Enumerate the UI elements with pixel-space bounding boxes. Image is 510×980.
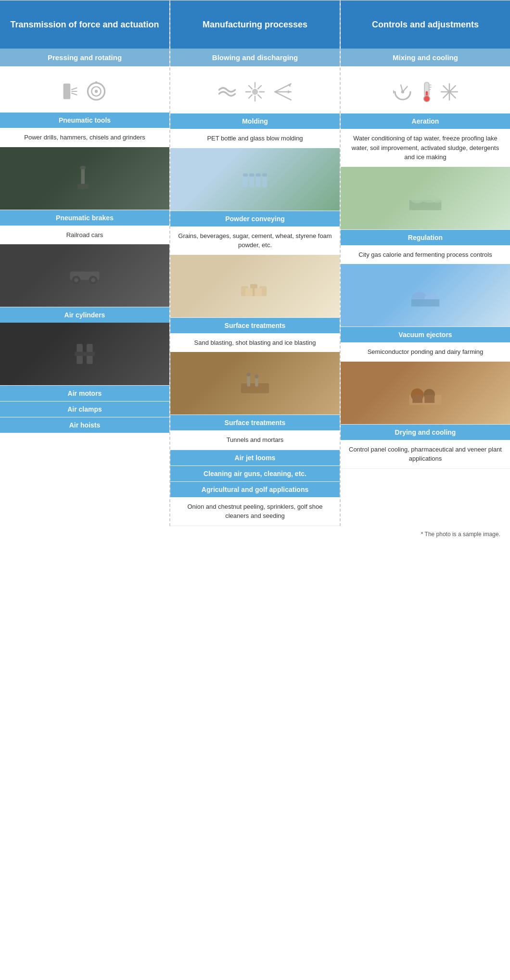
svg-rect-38 bbox=[243, 173, 248, 176]
col3-header: Controls and adjustments bbox=[341, 0, 510, 49]
section-pneumatic-tools: Pneumatic tools Power drills, hammers, c… bbox=[0, 113, 169, 210]
svg-rect-40 bbox=[256, 173, 261, 176]
air-motors-title: Air motors bbox=[0, 386, 169, 401]
pneumatic-tools-title: Pneumatic tools bbox=[0, 113, 169, 128]
snowflake-icon bbox=[439, 82, 459, 102]
vacuum-ejectors-title: Vacuum ejectors bbox=[341, 327, 510, 342]
aeration-title: Aeration bbox=[341, 113, 510, 129]
pneumatic-brakes-title: Pneumatic brakes bbox=[0, 210, 169, 226]
surface-treatments-1-img bbox=[170, 352, 340, 415]
svg-point-51 bbox=[255, 375, 258, 378]
arrows-out-icon bbox=[271, 80, 295, 104]
agricultural-golf-title: Agricultural and golf applications bbox=[170, 482, 340, 497]
pneumatic-brakes-img bbox=[0, 244, 169, 307]
air-cylinders-title: Air cylinders bbox=[0, 307, 169, 323]
pneumatic-tools-img bbox=[0, 147, 169, 210]
molding-img bbox=[170, 148, 340, 211]
mixer-icon bbox=[391, 80, 414, 103]
section-agricultural-golf: Agricultural and golf applications Onion… bbox=[170, 482, 340, 526]
svg-rect-34 bbox=[243, 175, 248, 187]
burst-icon bbox=[244, 81, 266, 103]
powder-conveying-text: Grains, beverages, sugar, cement, wheat,… bbox=[170, 226, 340, 255]
svg-marker-31 bbox=[288, 90, 291, 94]
svg-rect-48 bbox=[247, 375, 250, 386]
svg-point-52 bbox=[401, 90, 404, 93]
powder-conveying-title: Powder conveying bbox=[170, 211, 340, 226]
col2-icons bbox=[170, 66, 340, 113]
col2-header: Manufacturing processes bbox=[170, 0, 340, 49]
col2-subheader: Blowing and discharging bbox=[170, 49, 340, 66]
svg-point-56 bbox=[424, 96, 430, 102]
columns-wrapper: Transmission of force and actuation Pres… bbox=[0, 0, 510, 526]
section-air-hoists: Air hoists bbox=[0, 417, 169, 433]
air-hoists-title: Air hoists bbox=[0, 417, 169, 433]
powder-conveying-img bbox=[170, 255, 340, 317]
air-clamps-title: Air clamps bbox=[0, 402, 169, 417]
svg-rect-49 bbox=[255, 377, 258, 387]
vacuum-ejectors-text: Semiconductor ponding and dairy farming bbox=[341, 342, 510, 362]
circle-rotate-icon bbox=[85, 80, 108, 103]
svg-line-1 bbox=[72, 88, 76, 90]
col1-icons bbox=[0, 66, 169, 113]
section-air-cylinders: Air cylinders bbox=[0, 307, 169, 386]
section-surface-treatments-2: Surface treatments Tunnels and mortars bbox=[170, 415, 340, 450]
aeration-text: Water conditioning of tap water, freeze … bbox=[341, 129, 510, 167]
aeration-img bbox=[341, 167, 510, 229]
section-molding: Molding PET bottle and glass blow moldin… bbox=[170, 113, 340, 211]
col3-subheader: Mixing and cooling bbox=[341, 49, 510, 66]
cylinder-icon bbox=[62, 81, 80, 102]
svg-rect-35 bbox=[249, 175, 254, 187]
drying-cooling-text: Control panel cooling, pharmaceutical an… bbox=[341, 440, 510, 468]
surface-treatments-2-title: Surface treatments bbox=[170, 415, 340, 430]
section-air-jet-looms: Air jet looms bbox=[170, 450, 340, 466]
wind-icon bbox=[215, 80, 239, 104]
section-vacuum-ejectors: Vacuum ejectors Semiconductor ponding an… bbox=[341, 327, 510, 425]
svg-line-25 bbox=[258, 95, 261, 98]
svg-rect-10 bbox=[77, 184, 89, 189]
svg-point-68 bbox=[433, 198, 442, 203]
svg-rect-0 bbox=[64, 84, 71, 99]
section-powder-conveying: Powder conveying Grains, beverages, suga… bbox=[170, 211, 340, 318]
agricultural-golf-text: Onion and chestnut peeling, sprinklers, … bbox=[170, 497, 340, 526]
svg-point-15 bbox=[91, 277, 95, 282]
section-regulation: Regulation City gas calorie and fermenti… bbox=[341, 230, 510, 327]
section-drying-cooling: Drying and cooling Control panel cooling… bbox=[341, 425, 510, 469]
section-surface-treatments-1: Surface treatments Sand blasting, shot b… bbox=[170, 318, 340, 415]
thermometer-icon bbox=[419, 80, 434, 104]
svg-rect-39 bbox=[249, 173, 254, 176]
vacuum-ejectors-img bbox=[341, 362, 510, 424]
svg-point-64 bbox=[448, 90, 451, 94]
section-air-clamps: Air clamps bbox=[0, 402, 169, 417]
svg-point-66 bbox=[411, 197, 423, 203]
svg-line-26 bbox=[258, 86, 261, 89]
svg-point-9 bbox=[80, 165, 86, 169]
svg-point-50 bbox=[247, 373, 251, 377]
svg-rect-45 bbox=[245, 288, 253, 296]
col1-header: Transmission of force and actuation bbox=[0, 0, 169, 49]
svg-point-6 bbox=[95, 90, 98, 93]
svg-rect-36 bbox=[256, 175, 261, 187]
svg-rect-76 bbox=[424, 395, 434, 403]
section-pneumatic-brakes: Pneumatic brakes Railroad cars bbox=[0, 210, 169, 308]
svg-point-19 bbox=[252, 89, 258, 95]
column-3: Controls and adjustments Mixing and cool… bbox=[341, 0, 510, 526]
svg-rect-41 bbox=[262, 173, 267, 176]
footnote: * The photo is a sample image. bbox=[0, 526, 510, 545]
air-jet-looms-title: Air jet looms bbox=[170, 450, 340, 465]
section-aeration: Aeration Water conditioning of tap water… bbox=[341, 113, 510, 230]
svg-rect-71 bbox=[411, 299, 439, 306]
svg-line-27 bbox=[249, 95, 252, 98]
pneumatic-brakes-text: Railroad cars bbox=[0, 226, 169, 245]
page-wrapper: Transmission of force and actuation Pres… bbox=[0, 0, 510, 545]
svg-rect-37 bbox=[262, 175, 267, 187]
air-cylinders-img bbox=[0, 323, 169, 385]
col1-subheader: Pressing and rotating bbox=[0, 49, 169, 66]
regulation-title: Regulation bbox=[341, 230, 510, 245]
surface-treatments-2-text: Tunnels and mortars bbox=[170, 430, 340, 450]
section-air-motors: Air motors bbox=[0, 386, 169, 402]
column-1: Transmission of force and actuation Pres… bbox=[0, 0, 170, 526]
svg-line-32 bbox=[275, 92, 291, 100]
molding-title: Molding bbox=[170, 113, 340, 129]
svg-rect-18 bbox=[75, 352, 95, 356]
svg-rect-75 bbox=[412, 395, 422, 403]
